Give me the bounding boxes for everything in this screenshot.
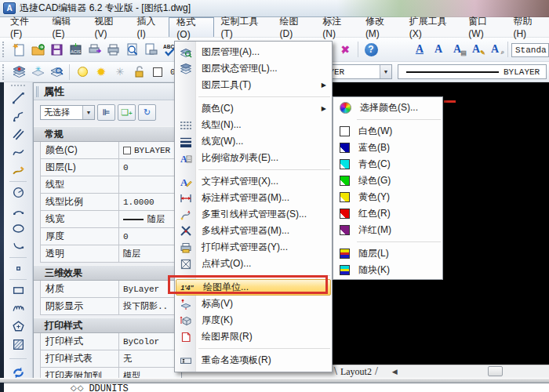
arc-continue-tool[interactable] (8, 238, 28, 256)
layer-lock-button[interactable] (129, 63, 148, 82)
chevron-down-icon[interactable]: ▼ (380, 65, 391, 78)
purge-button[interactable]: ✖̷ (336, 40, 354, 59)
polygon-tool[interactable] (8, 318, 28, 336)
prop-row-linetype[interactable]: 线型 (40, 176, 181, 194)
polyline-tool[interactable] (8, 107, 28, 125)
menu-format[interactable]: 格式(O) (169, 17, 213, 37)
menu-item-drawing-units[interactable]: 1'4" 绘图单位... (176, 279, 331, 296)
prop-row-layer[interactable]: 图层(L) 0 (40, 159, 181, 176)
menu-item-scale-list[interactable]: A 比例缩放列表(E)... (175, 150, 332, 166)
layer-frozen-button[interactable]: ✳ (111, 63, 129, 82)
toolbar-grip[interactable] (2, 42, 6, 57)
selection-dropdown[interactable]: 无选择 ▼ (40, 105, 95, 120)
point-tool[interactable] (8, 260, 28, 278)
arc-tool[interactable] (8, 201, 28, 220)
toolbar-grip[interactable] (2, 64, 6, 80)
menu-item-layer-states[interactable]: 图层状态管理(L)... (175, 60, 332, 77)
submenu-item-blue[interactable]: 蓝色(B) (333, 140, 442, 156)
spline-tool[interactable] (8, 143, 28, 162)
circle-tool[interactable] (8, 183, 28, 201)
layer-on-off-button[interactable] (73, 63, 92, 82)
layer-freeze-button[interactable]: ✳ (28, 63, 47, 82)
quick-select-button[interactable]: ⊫ (97, 104, 115, 121)
menu-item-mleader-style[interactable]: 多重引线样式管理器(S)... (175, 206, 332, 223)
submenu-item-magenta[interactable]: 洋红(M) (333, 222, 442, 238)
layer-properties-button[interactable] (9, 63, 28, 82)
toggle-pickadd-button[interactable]: ↻ (138, 104, 156, 121)
print-preview-button[interactable] (122, 40, 141, 59)
submenu-item-bylayer[interactable]: 随层(L) (333, 245, 442, 262)
menu-item-drawing-limits[interactable]: 绘图界限(R) (175, 328, 332, 345)
text-style-dropdown[interactable]: Standa (511, 43, 549, 57)
chevron-down-icon[interactable]: ▼ (82, 106, 94, 119)
lineweight-control[interactable]: BYLAYER (398, 64, 547, 79)
prop-row-shadow[interactable]: 阴影显示 投下阴影.. (40, 298, 181, 315)
text-edit-button[interactable]: A✎ (467, 40, 485, 59)
menu-help[interactable]: 帮助(H) (506, 17, 549, 37)
submenu-item-select-color[interactable]: 选择颜色(S)... (333, 100, 442, 116)
menu-item-layer-manager[interactable]: 图层管理(A)... (175, 44, 332, 60)
menu-item-plot-style-manager[interactable]: 打印样式管理器(Y)... (175, 239, 332, 256)
hatch-tool[interactable] (8, 336, 28, 354)
section-plot-style[interactable]: 打印样式 (34, 318, 181, 333)
double-line-tool[interactable] (8, 125, 28, 143)
ellipse-tool[interactable] (8, 220, 28, 238)
layer-thaw-button[interactable]: ✹ (92, 63, 111, 82)
new-file-button[interactable] (9, 40, 28, 59)
print-button[interactable] (104, 40, 122, 59)
line-tool[interactable] (8, 89, 28, 107)
text-list-style-button[interactable]: A▤ (448, 40, 467, 59)
select-objects-button[interactable]: ❏+ (118, 104, 136, 121)
section-general[interactable]: 常规 (34, 126, 181, 142)
help-button[interactable]: ? (362, 40, 380, 59)
properties-panel-header[interactable]: 属性 (34, 83, 181, 100)
submenu-item-byblock[interactable]: 随块(K) (333, 262, 442, 278)
menu-item-color[interactable]: 颜色(C) ▶ (175, 100, 332, 117)
menu-item-rename-palette[interactable]: 重命名选项板(R) (175, 352, 332, 368)
print-export-button[interactable] (85, 40, 104, 59)
menu-item-thickness[interactable]: 厚度(K) (175, 312, 332, 328)
menu-item-layer-tools[interactable]: 图层工具(T) ▶ (175, 77, 332, 93)
prop-row-color[interactable]: 颜色(C) BYLAYER (40, 142, 181, 159)
sketch-tool[interactable] (8, 162, 28, 180)
menu-edit[interactable]: 编辑(E) (45, 17, 87, 37)
menu-draw[interactable]: 绘图(D) (273, 17, 316, 37)
revision-cloud-tool[interactable] (8, 299, 28, 318)
prop-row-transparency[interactable]: 透明 随层 (40, 245, 181, 263)
rectangle-tool[interactable] (8, 281, 28, 299)
page-setup-button[interactable] (141, 40, 160, 59)
prop-row-material[interactable]: 材质 ByLayer (40, 281, 181, 298)
text-find-button[interactable]: A⌕ (485, 40, 504, 59)
section-3d-effects[interactable]: 三维效果 (34, 265, 181, 281)
command-line[interactable]: ◇◇ DDUNITS (4, 383, 549, 392)
open-file-button[interactable] (28, 40, 47, 59)
menu-view[interactable]: 视图(V) (87, 17, 129, 37)
menu-item-elevation[interactable]: 标高(V) (175, 296, 332, 312)
menu-file[interactable]: 文件(F) (3, 17, 45, 37)
prop-row-plotstyle[interactable]: 打印样式 ByColor (40, 333, 181, 350)
acis-export-button[interactable]: ACIS (66, 40, 85, 59)
layer-color-button[interactable] (148, 63, 167, 82)
menu-item-point-style[interactable]: 点样式(O)... (175, 256, 332, 272)
prop-row-thickness[interactable]: 厚度 0 (40, 228, 181, 245)
prop-row-plottable[interactable]: 打印样式表 无 (40, 350, 181, 368)
text-underline-style-button[interactable]: A (410, 40, 429, 59)
menu-express-tools[interactable]: 扩展工具(X) (402, 17, 462, 37)
submenu-item-yellow[interactable]: 黄色(Y) (333, 189, 442, 205)
submenu-item-green[interactable]: 绿色(G) (333, 172, 442, 189)
prop-row-lineweight[interactable]: 线宽 随层 (40, 211, 181, 228)
horizontal-scrollbar-thumb[interactable] (488, 366, 503, 376)
menu-item-lineweight[interactable]: 线宽(W)... (175, 133, 332, 150)
save-button[interactable] (47, 40, 66, 59)
menu-modify[interactable]: 修改(M) (358, 17, 402, 37)
menu-window[interactable]: 窗口(W) (461, 17, 506, 37)
toolbar-grip[interactable] (11, 85, 25, 88)
menu-item-linetype[interactable]: 线型(N)... (175, 117, 332, 133)
panel-grip[interactable] (36, 86, 39, 97)
menu-insert[interactable]: 插入(I) (129, 17, 169, 37)
submenu-item-white[interactable]: 白色(W) (333, 123, 442, 140)
tab-scroll-left-icon[interactable]: ◀ (392, 368, 398, 376)
menu-custom-tools[interactable]: 定制工具(T) (214, 17, 273, 37)
layer-browse-button[interactable] (47, 63, 66, 82)
tab-layout2[interactable]: \ Layout2 / (331, 365, 381, 378)
